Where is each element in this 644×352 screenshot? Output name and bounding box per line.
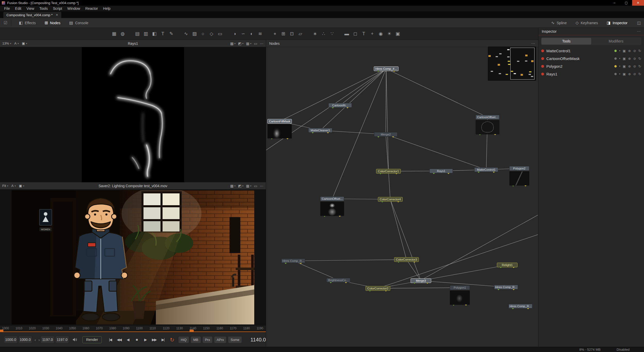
tool-row[interactable]: CartoonOffsetMask▾▣⊕⊘↻ [538, 55, 644, 62]
view-layout-icon[interactable]: ▦▾ [246, 41, 251, 46]
loop-button[interactable]: ↻ [170, 337, 174, 342]
play-reverse-button[interactable]: ◀ [123, 338, 132, 342]
lock-icon[interactable]: ⊘ [633, 64, 636, 68]
chevron-down-icon[interactable]: ▾ [619, 73, 620, 75]
roi-icon[interactable]: ▭ [254, 184, 257, 188]
resize-tool[interactable]: ⊞ [280, 31, 287, 37]
viewer1-buffer-select[interactable]: A ▾ [14, 41, 19, 45]
node-rays1[interactable]: Rays1 [429, 169, 453, 173]
menu-window[interactable]: Window [65, 6, 83, 12]
viewer2-buffer-select[interactable]: A ▾ [11, 184, 16, 188]
particle-images-tool[interactable]: ∴ [320, 31, 327, 37]
node-hirescomp_r3[interactable]: Hires Comp_R... [509, 304, 532, 308]
pin-icon[interactable]: ⊕ [628, 57, 631, 61]
node-cartoonfillmask[interactable]: CartoonFillMask [267, 119, 292, 139]
merge-3d-tool[interactable]: + [369, 31, 376, 37]
background-tool[interactable]: ▦ [111, 31, 117, 37]
viewer2-zoom-select[interactable]: Fit ▾ [2, 184, 8, 188]
flag-mb[interactable]: MB [191, 337, 201, 343]
node-merge2[interactable]: Merge2 [374, 132, 397, 137]
menu-help[interactable]: Help [100, 6, 113, 12]
tab-close-icon[interactable]: ✕ [56, 13, 58, 17]
inspector-options-icon[interactable]: ⋯ [637, 29, 641, 34]
chevron-down-icon[interactable]: ▾ [619, 65, 620, 67]
play-button[interactable]: ▶ [141, 338, 150, 342]
rectangle-mask-tool[interactable]: ▭ [217, 31, 223, 37]
particle-render-tool[interactable]: ∵ [329, 31, 335, 37]
flag-prx[interactable]: Prx [203, 337, 213, 343]
lut-icon[interactable]: ▩▾ [230, 184, 235, 188]
color-controls-icon[interactable]: ◩▾ [238, 184, 243, 188]
menu-view[interactable]: View [24, 6, 37, 12]
menu-file[interactable]: File [2, 6, 13, 12]
composition-tab[interactable]: Compositing Test_v004.comp * ✕ [3, 12, 61, 18]
light-3d-tool[interactable]: ☀ [386, 31, 393, 37]
lock-icon[interactable]: ⊘ [633, 72, 636, 76]
tool-row[interactable]: MatteControl1▾▣⊕⊘↻ [538, 47, 644, 55]
transform-tool[interactable]: ⌖ [272, 31, 278, 37]
menu-tools[interactable]: Tools [37, 6, 50, 12]
inspector-button[interactable]: ◨Inspector [602, 18, 632, 28]
maximize-button[interactable]: ▢ [620, 0, 632, 6]
camera-3d-tool[interactable]: ◉ [377, 31, 384, 37]
polygon-mask-tool[interactable]: ◇ [208, 31, 215, 37]
lock-icon[interactable]: ⊘ [633, 57, 636, 61]
render-button[interactable]: Render [82, 336, 102, 343]
versions-icon[interactable]: ▣ [623, 57, 626, 61]
node-hires_top[interactable]: Hires Comp_#... [374, 66, 399, 71]
roi-icon[interactable]: ▭ [254, 41, 257, 46]
spline-button[interactable]: ∿Spline [547, 18, 571, 28]
enable-led[interactable] [541, 49, 544, 52]
options-menu-icon[interactable]: ⋯ [260, 184, 264, 188]
keyframes-button[interactable]: ◇Keyframes [571, 18, 602, 28]
nodes-button[interactable]: ⊞Nodes [40, 18, 65, 28]
crop-tool[interactable]: ⊡ [289, 31, 295, 37]
menu-script[interactable]: Script [50, 6, 65, 12]
pin-icon[interactable]: ⊕ [628, 49, 631, 53]
fast-reverse-button[interactable]: ◀◀ [115, 338, 123, 342]
flag-hiq[interactable]: HiQ [179, 337, 189, 343]
text-3d-tool[interactable]: T [360, 31, 367, 37]
node-colorcorrector4[interactable]: ColorCorrector4 [378, 197, 403, 202]
versions-icon[interactable]: ▣ [623, 49, 626, 53]
cache-icon[interactable]: ↻ [638, 57, 641, 61]
viewer1-zoom-select[interactable]: 13% ▾ [2, 41, 11, 45]
dve-tool[interactable]: ▱ [297, 31, 304, 37]
versions-icon[interactable]: ▣ [623, 72, 626, 76]
renderer-3d-tool[interactable]: ▣ [394, 31, 401, 37]
node-graph[interactable]: Hires Comp_#...CartoonRi...CartoonFillMa… [266, 47, 538, 347]
playhead[interactable] [190, 330, 194, 332]
text-tool[interactable]: T [159, 31, 166, 37]
node-polygon2[interactable]: Polygon2 [509, 166, 529, 186]
jump-end-button[interactable]: ▶| [158, 338, 167, 342]
fastnoise-tool[interactable]: ◍ [119, 31, 126, 37]
pin-icon[interactable]: ⊕ [628, 72, 631, 76]
view-layout-icon[interactable]: ▦▾ [246, 184, 251, 188]
range-end-field[interactable]: 1197.0 [56, 336, 69, 343]
current-frame[interactable]: 1140.0 [250, 337, 266, 343]
bitmap-mask-tool[interactable]: ▨ [191, 31, 198, 37]
console-button[interactable]: ▤Console [65, 18, 93, 28]
flag-some[interactable]: Some [228, 337, 242, 343]
node-cartoonoffset_top[interactable]: CartoonOffset... [476, 115, 499, 134]
prev-arrow[interactable]: ‹ [33, 338, 37, 342]
bspline-mask-tool[interactable]: ∿ [183, 31, 189, 37]
menu-edit[interactable]: Edit [13, 6, 24, 12]
jump-start-button[interactable]: |◀ [106, 338, 115, 342]
loader-tool[interactable]: ▤ [134, 31, 141, 37]
paint-tool[interactable]: ✎ [168, 31, 175, 37]
viewer2-canvas[interactable]: WOMEN [0, 190, 266, 325]
stop-button[interactable]: ■ [132, 338, 141, 342]
node-cartoonoffset_left[interactable]: CartoonOffset... [320, 196, 344, 216]
node-relight1[interactable]: Relight1 [497, 263, 518, 267]
options-menu-icon[interactable]: ⋯ [260, 41, 264, 46]
flag-aprx[interactable]: APrx [214, 337, 226, 343]
node-hirescomp_r1[interactable]: Hires Comp_R... [281, 259, 305, 263]
chevron-down-icon[interactable]: ▾ [619, 49, 620, 52]
panel-layout-button[interactable]: ◫ [637, 20, 641, 25]
effects-button[interactable]: ◧Effects [14, 18, 40, 28]
enable-led[interactable] [541, 73, 544, 75]
ui-toggle-button[interactable]: ☑ [0, 20, 11, 26]
range-start-field[interactable]: 1000.0 [4, 336, 17, 343]
cache-icon[interactable]: ↻ [638, 64, 641, 68]
